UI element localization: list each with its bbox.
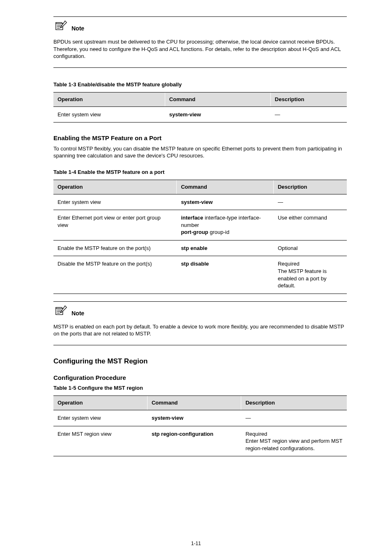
heading: Configuring the MST Region <box>53 357 347 366</box>
divider <box>53 345 347 345</box>
table-row: Enter system view system-view — <box>53 194 347 210</box>
table-row: Enter MST region view stp region-configu… <box>53 426 347 456</box>
section-heading: Configuration Procedure <box>53 374 347 382</box>
table-header-row: Operation Command Description <box>53 396 347 410</box>
cell-operation: Enter MST region view <box>53 426 147 456</box>
table-row: Enter system view system-view — <box>53 410 347 426</box>
table-header-row: Operation Command Description <box>53 180 347 194</box>
note-heading: Note <box>53 20 347 32</box>
th-operation: Operation <box>53 92 165 107</box>
note-label: Note <box>71 25 84 32</box>
th-description: Description <box>273 180 347 194</box>
cell-command: stp disable <box>177 256 274 294</box>
section-heading: Enabling the MSTP Feature on a Port <box>53 134 347 142</box>
cell-description: — <box>241 410 347 426</box>
table-configure-mst-region: Operation Command Description Enter syst… <box>53 395 347 456</box>
cell-operation: Enable the MSTP feature on the port(s) <box>53 240 177 256</box>
table-caption: Table 1-4 Enable the MSTP feature on a p… <box>53 169 347 176</box>
th-command: Command <box>147 396 241 410</box>
cell-description: Optional <box>273 240 347 256</box>
cell-description: — <box>270 106 347 123</box>
cell-description: — <box>273 194 347 210</box>
cell-description: Required Enter MST region view and perfo… <box>241 426 347 456</box>
table-enable-mstp-global: Operation Command Description Enter syst… <box>53 92 347 123</box>
cell-operation: Enter Ethernet port view or enter port g… <box>53 210 177 240</box>
table-row: Enter Ethernet port view or enter port g… <box>53 210 347 240</box>
cell-command: interface interface-type interface-numbe… <box>177 210 274 240</box>
note-body: BPDUs sent upstream must be delivered to… <box>53 38 347 60</box>
th-operation: Operation <box>53 180 177 194</box>
page-number: 1-11 <box>0 540 392 547</box>
note-heading: Note <box>53 305 347 317</box>
cell-command: stp region-configuration <box>147 426 241 456</box>
note-icon <box>53 20 69 32</box>
cell-description: Required The MSTP feature is enabled on … <box>273 256 347 294</box>
table-row: Enter system view system-view — <box>53 106 347 123</box>
cell-command: system-view <box>147 410 241 426</box>
note-label: Note <box>71 310 84 317</box>
note-block: Note BPDUs sent upstream must be deliver… <box>53 17 347 67</box>
table-row: Enable the MSTP feature on the port(s) s… <box>53 240 347 256</box>
cell-command: system-view <box>165 106 270 123</box>
document-page: Note BPDUs sent upstream must be deliver… <box>0 0 392 555</box>
cell-operation: Disable the MSTP feature on the port(s) <box>53 256 177 294</box>
cell-operation: Enter system view <box>53 410 147 426</box>
note-icon <box>53 305 69 317</box>
note-body: MSTP is enabled on each port by default.… <box>53 323 347 338</box>
paragraph: To control MSTP flexibly, you can disabl… <box>53 145 347 160</box>
table-enable-mstp-port: Operation Command Description Enter syst… <box>53 180 347 294</box>
table-header-row: Operation Command Description <box>53 92 347 107</box>
th-description: Description <box>241 396 347 410</box>
cell-command: system-view <box>177 194 274 210</box>
cell-operation: Enter system view <box>53 194 177 210</box>
cell-command: stp enable <box>177 240 274 256</box>
table-caption: Table 1-5 Configure the MST region <box>53 384 347 392</box>
cell-operation: Enter system view <box>53 106 165 123</box>
th-operation: Operation <box>53 396 147 410</box>
note-block: Note MSTP is enabled on each port by def… <box>53 302 347 345</box>
th-command: Command <box>165 92 270 107</box>
th-command: Command <box>177 180 274 194</box>
table-caption: Table 1-3 Enable/disable the MSTP featur… <box>53 81 347 88</box>
cell-description: Use either command <box>273 210 347 240</box>
table-row: Disable the MSTP feature on the port(s) … <box>53 256 347 294</box>
th-description: Description <box>270 92 347 107</box>
